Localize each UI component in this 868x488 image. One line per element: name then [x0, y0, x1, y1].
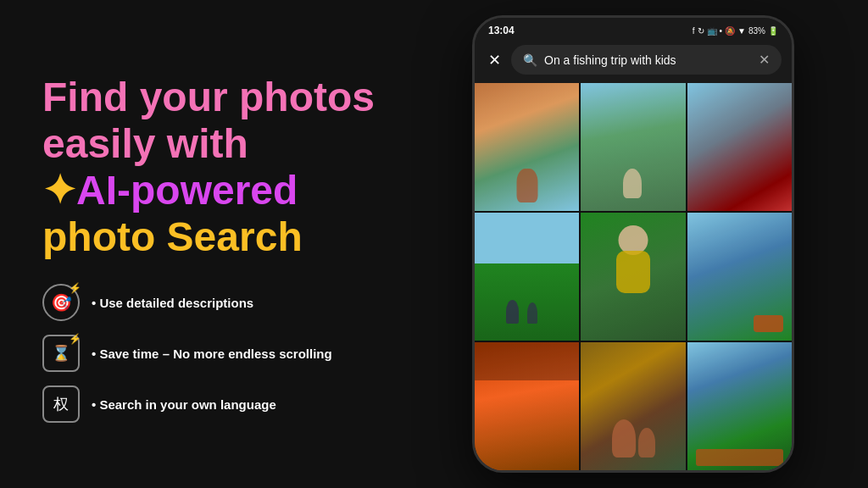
feature-text-2: • Save time – No more endless scrolling: [92, 347, 332, 361]
phone-mockup: 13:04 f ↻ 📺 • 🔕 ▼ 83% 🔋 ✕ 🔍 On a fishing…: [472, 15, 794, 473]
status-bar: 13:04 f ↻ 📺 • 🔕 ▼ 83% 🔋: [475, 18, 792, 40]
feature-item-1: 🎯⚡ • Use detailed descriptions: [42, 284, 381, 321]
photo-cell-1[interactable]: [475, 83, 579, 211]
twitch-icon: 📺: [707, 26, 717, 36]
search-bar: ✕ 🔍 On a fishing trip with kids ✕: [475, 40, 792, 83]
photo-cell-9[interactable]: [687, 342, 792, 470]
close-button[interactable]: ✕: [485, 49, 504, 71]
battery-text: 83%: [748, 26, 765, 36]
dot-icon: •: [720, 26, 723, 36]
signal-icon: ▼: [737, 26, 746, 36]
search-input-area[interactable]: 🔍 On a fishing trip with kids ✕: [511, 45, 782, 75]
search-icon: 🔍: [523, 53, 537, 67]
photo-cell-3[interactable]: [687, 83, 792, 211]
battery-icon: 🔋: [768, 26, 778, 36]
photo-cell-2[interactable]: [581, 83, 685, 211]
sparkle-icon: ✦: [42, 168, 76, 213]
refresh-icon: ↻: [698, 26, 704, 36]
left-panel: Find your photos easily with ✦✦AI-powere…: [0, 0, 415, 488]
timer-icon: ⌛⚡: [42, 335, 80, 372]
search-text[interactable]: On a fishing trip with kids: [544, 53, 752, 67]
status-time: 13:04: [488, 25, 515, 36]
photo-cell-5[interactable]: [581, 213, 685, 341]
photo-cell-8[interactable]: [581, 342, 685, 470]
photo-cell-7[interactable]: [475, 342, 579, 470]
fb-icon: f: [693, 26, 695, 36]
clear-search-button[interactable]: ✕: [759, 52, 770, 68]
headline: Find your photos easily with ✦✦AI-powere…: [42, 74, 381, 261]
photo-grid: [475, 83, 792, 470]
status-icons: f ↻ 📺 • 🔕 ▼ 83% 🔋: [693, 26, 778, 36]
feature-text-3: • Search in your own language: [92, 397, 276, 412]
feature-text-1: • Use detailed descriptions: [92, 296, 253, 310]
headline-line4: photo Search: [42, 214, 381, 260]
photo-cell-4[interactable]: [475, 213, 579, 341]
features-list: 🎯⚡ • Use detailed descriptions ⌛⚡ • Save…: [42, 284, 381, 423]
feature-item-2: ⌛⚡ • Save time – No more endless scrolli…: [42, 335, 381, 372]
headline-line2: easily with: [42, 120, 381, 167]
right-panel: 13:04 f ↻ 📺 • 🔕 ▼ 83% 🔋 ✕ 🔍 On a fishing…: [415, 0, 868, 488]
target-icon: 🎯⚡: [42, 284, 80, 321]
feature-item-3: 权 • Search in your own language: [42, 385, 381, 423]
language-icon: 权: [42, 385, 80, 423]
mute-icon: 🔕: [725, 26, 735, 36]
photo-cell-6[interactable]: [687, 213, 792, 341]
headline-line3: ✦✦AI-poweredAI-powered: [42, 167, 381, 214]
headline-line1: Find your photos: [42, 74, 381, 120]
